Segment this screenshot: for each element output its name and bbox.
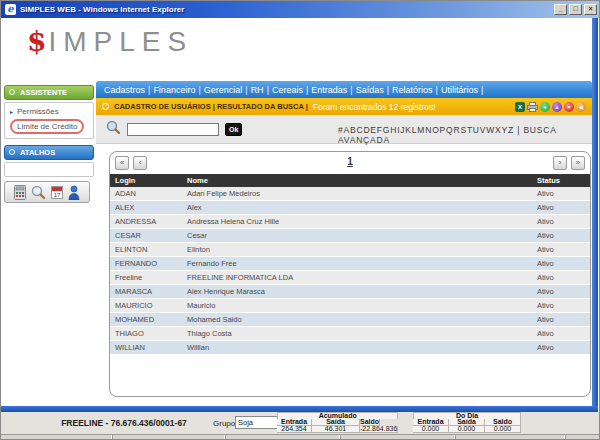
menu-item-label[interactable]: Financeiro xyxy=(153,85,195,95)
menu-item[interactable]: Utilitários| xyxy=(441,85,486,95)
table-row[interactable]: WILLIAN Willian Ativo xyxy=(110,341,590,355)
table-row[interactable]: ADAN Adan Felipe Medeiros Ativo xyxy=(110,187,590,201)
table-row[interactable]: ELINTON Elinton Ativo xyxy=(110,243,590,257)
mini-header-cell: Entrada xyxy=(413,419,449,426)
search-input[interactable] xyxy=(127,123,219,136)
cell-status: Ativo xyxy=(532,229,590,243)
status-segment xyxy=(341,435,456,440)
minimize-button[interactable]: _ xyxy=(554,4,567,15)
status-segment xyxy=(113,435,226,440)
window-title: SIMPLES WEB - Windows Internet Explorer xyxy=(20,5,184,14)
menu-item[interactable]: Relatórios| xyxy=(392,85,441,95)
table-row[interactable]: MARASCA Alex Henrique Marasca Ativo xyxy=(110,285,590,299)
search-shortcut-icon[interactable] xyxy=(31,185,46,200)
do-dia-title: Do Dia xyxy=(413,412,521,419)
limite-de-credito-annotation[interactable]: Limite de Crédito xyxy=(10,119,84,134)
current-page-number[interactable]: 1 xyxy=(110,156,590,167)
table-row[interactable]: Freeline FREELINE INFORMATICA LDA Ativo xyxy=(110,271,590,285)
cell-nome: Alex xyxy=(182,201,532,215)
calendar-icon[interactable]: 17 xyxy=(51,186,63,199)
menu-item-label[interactable]: Cadastros xyxy=(104,85,145,95)
table-row[interactable]: THIAGO Thiago Costa Ativo xyxy=(110,327,590,341)
menu-item[interactable]: RH| xyxy=(251,85,272,95)
mini-header-cell: Saída xyxy=(449,419,485,426)
sidebar-header-atalhos[interactable]: ATALHOS xyxy=(4,145,94,160)
cell-login: THIAGO xyxy=(110,327,182,341)
header-status[interactable]: Status xyxy=(532,174,590,187)
acumulado-headers: EntradaSaídaSaldo xyxy=(277,419,398,426)
internet-explorer-icon: e xyxy=(5,4,16,15)
menu-item[interactable]: Cereais| xyxy=(272,85,311,95)
close-button[interactable]: × xyxy=(584,4,597,15)
menu-separator: | xyxy=(148,85,150,95)
ring-icon xyxy=(9,89,15,95)
menu-separator: | xyxy=(387,85,389,95)
table-row[interactable]: MOHAMED Mohamed Saido Ativo xyxy=(110,313,590,327)
menu-separator: | xyxy=(481,85,483,95)
calculator-icon[interactable] xyxy=(14,185,26,200)
cell-nome: Alex Henrique Marasca xyxy=(182,285,532,299)
add-record-icon[interactable]: + xyxy=(540,102,550,112)
sidebar-header-assistente[interactable]: ASSISTENTE xyxy=(4,85,94,100)
menu-item[interactable]: Financeiro| xyxy=(153,85,203,95)
sidebar-item-permissoes[interactable]: ► Permissões xyxy=(7,106,91,117)
table-row[interactable]: CESAR Cesar Ativo xyxy=(110,229,590,243)
move-up-icon[interactable]: ▲ xyxy=(552,102,562,112)
sidebar-item-limite-de-credito[interactable]: Limite de Crédito xyxy=(7,117,91,135)
cell-login: ALEX xyxy=(110,201,182,215)
mini-header-cell: Entrada xyxy=(277,419,312,426)
status-segment xyxy=(1,435,113,440)
search-icon xyxy=(106,120,121,139)
next-page-button[interactable]: › xyxy=(553,156,567,170)
menu-item[interactable]: Gerencial| xyxy=(204,85,251,95)
excel-export-icon[interactable]: X xyxy=(515,102,525,112)
info-ring-icon xyxy=(102,103,109,110)
notice-message: Foram encontrados 12 registros! xyxy=(313,102,436,112)
logo-text: IMPLES xyxy=(48,26,193,57)
alphabet-separator: | xyxy=(514,125,523,135)
cell-nome: Fernando Free xyxy=(182,257,532,271)
menu-item-label[interactable]: RH xyxy=(251,85,264,95)
menu-item-label[interactable]: Utilitários xyxy=(441,85,478,95)
search-ok-button[interactable]: Ok xyxy=(225,123,242,136)
menu-item-label[interactable]: Relatórios xyxy=(392,85,433,95)
title-bar[interactable]: e SIMPLES WEB - Windows Internet Explore… xyxy=(1,1,600,18)
logo-dollar-symbol: $ xyxy=(27,25,48,58)
calendar-day-number: 17 xyxy=(52,191,62,199)
maximize-button[interactable]: □ xyxy=(569,4,582,15)
back-icon[interactable]: ◀ xyxy=(576,102,586,112)
table-row[interactable]: ALEX Alex Ativo xyxy=(110,201,590,215)
cell-nome: Andressa Helena Cruz Hille xyxy=(182,215,532,229)
mini-header-cell: Saldo xyxy=(485,419,521,426)
alphabet-letters[interactable]: #ABCDEFGHIJKLMNOPQRSTUVWXYZ xyxy=(338,125,514,135)
mini-value-cell: 264.354 xyxy=(277,426,312,433)
header-login[interactable]: Login xyxy=(110,174,182,187)
last-page-button[interactable]: » xyxy=(571,156,585,170)
menu-item-label[interactable]: Entradas xyxy=(311,85,347,95)
cell-login: Freeline xyxy=(110,271,182,285)
status-segment xyxy=(226,435,341,440)
users-table: Login Nome Status ADAN Adan Felipe Medei… xyxy=(110,174,590,355)
table-row[interactable]: FERNANDO Fernando Free Ativo xyxy=(110,257,590,271)
menu-item-label[interactable]: Saídas xyxy=(356,85,384,95)
table-row[interactable]: ANDRESSA Andressa Helena Cruz Hille Ativ… xyxy=(110,215,590,229)
menu-item[interactable]: Saídas| xyxy=(356,85,392,95)
user-icon[interactable] xyxy=(68,185,80,200)
cell-status: Ativo xyxy=(532,201,590,215)
table-row[interactable]: MAURICIO Mauricio Ativo xyxy=(110,299,590,313)
menu-item[interactable]: Cadastros| xyxy=(104,85,153,95)
menu-item-label[interactable]: Cereais xyxy=(272,85,303,95)
cell-nome: Mohamed Saido xyxy=(182,313,532,327)
cell-status: Ativo xyxy=(532,243,590,257)
sidebar: ASSISTENTE ► Permissões Limite de Crédit… xyxy=(4,85,94,203)
header-nome[interactable]: Nome xyxy=(182,174,532,187)
menu-item[interactable]: Entradas| xyxy=(311,85,355,95)
delete-icon[interactable]: × xyxy=(564,102,574,112)
cell-status: Ativo xyxy=(532,313,590,327)
print-icon[interactable] xyxy=(527,102,538,112)
cell-login: CESAR xyxy=(110,229,182,243)
atalhos-panel xyxy=(4,162,94,177)
cell-login: ELINTON xyxy=(110,243,182,257)
mini-value-cell: 0.000 xyxy=(485,426,521,433)
menu-item-label[interactable]: Gerencial xyxy=(204,85,243,95)
